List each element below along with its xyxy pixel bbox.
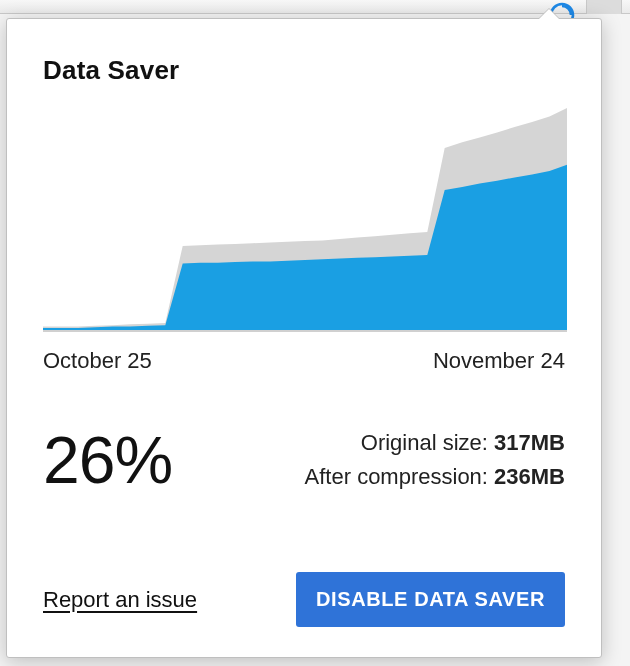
popup-title: Data Saver xyxy=(43,55,565,86)
disable-data-saver-button[interactable]: DISABLE DATA SAVER xyxy=(296,572,565,627)
savings-chart xyxy=(43,108,567,332)
original-size-row: Original size: 317MB xyxy=(305,426,565,460)
report-issue-link[interactable]: Report an issue xyxy=(43,587,197,613)
date-end-label: November 24 xyxy=(433,348,565,374)
data-saver-popup: Data Saver October 25 November 24 26% Or… xyxy=(6,18,602,658)
percent-saved: 26% xyxy=(43,427,172,493)
date-start-label: October 25 xyxy=(43,348,152,374)
browser-menu-button[interactable] xyxy=(586,0,622,14)
compressed-size-row: After compression: 236MB xyxy=(305,460,565,494)
